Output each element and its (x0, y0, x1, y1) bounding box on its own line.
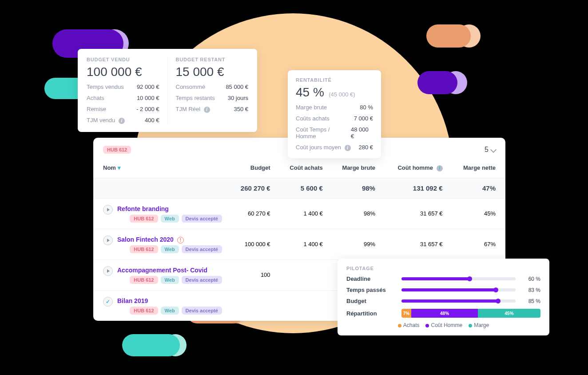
rentabilite-card: RENTABILITÉ 45 % (45 000 €) Marge brute8… (288, 70, 381, 158)
page-size-select[interactable]: 5 (485, 146, 496, 154)
pilotage-card: PILOTAGE Deadline60 %Temps passés83 %Bud… (338, 259, 549, 335)
progress-row: Budget85 % (346, 298, 540, 304)
budget-vendu-title: BUDGET VENDU (87, 57, 159, 62)
play-icon[interactable] (103, 266, 113, 276)
hub-tag[interactable]: HUB 612 (103, 146, 131, 154)
alert-icon: ! (177, 237, 184, 243)
tag[interactable]: Web (161, 245, 179, 253)
tag[interactable]: Web (161, 215, 179, 223)
rentabilite-title: RENTABILITÉ (296, 77, 373, 83)
repartition-segment: 7% (401, 309, 411, 318)
project-name[interactable]: Accompagnement Post- Covid (117, 267, 207, 274)
progress-bar (401, 299, 516, 303)
project-name[interactable]: Bilan 2019 (117, 297, 148, 304)
tag[interactable]: HUB 612 (130, 307, 158, 315)
info-icon[interactable]: i (204, 107, 210, 113)
info-icon[interactable]: i (119, 118, 125, 124)
tag[interactable]: Devis accepté (182, 307, 222, 315)
rentabilite-sub: (45 000 €) (329, 91, 355, 98)
th-marge-brute[interactable]: Marge brute (327, 158, 380, 178)
project-name[interactable]: Salon Fintech 2020 (117, 236, 174, 243)
project-name[interactable]: Refonte branding (117, 205, 169, 212)
budget-vendu-row: Temps vendus92 000 € (87, 84, 159, 90)
totals-row: 260 270 €5 600 €98%131 092 €47% (93, 178, 505, 198)
legend-item: Coût Homme (425, 322, 462, 328)
tag[interactable]: HUB 612 (130, 276, 158, 284)
play-icon[interactable] (103, 235, 113, 245)
page-size-value: 5 (485, 146, 489, 154)
th-cout-achats[interactable]: Coût achats (275, 158, 327, 178)
tag[interactable]: Devis accepté (182, 215, 222, 223)
check-icon[interactable]: ✓ (103, 297, 113, 307)
progress-row: Deadline60 % (346, 275, 540, 282)
tag[interactable]: HUB 612 (130, 215, 158, 223)
th-cout-homme[interactable]: Coût homme i (380, 158, 447, 178)
tag[interactable]: Web (161, 276, 179, 284)
th-marge-nette[interactable]: Marge nette (447, 158, 505, 178)
budget-card: BUDGET VENDU 100 000 € Temps vendus92 00… (78, 49, 257, 132)
repartition-label: Répartition (346, 310, 395, 317)
progress-row: Temps passés83 % (346, 287, 540, 293)
budget-vendu-row: Achats10 000 € (87, 95, 159, 101)
info-icon[interactable]: i (345, 145, 351, 151)
play-icon[interactable] (103, 205, 113, 215)
table-row[interactable]: Refonte brandingHUB 612WebDevis accepté6… (93, 198, 505, 229)
rentabilite-row: Marge brute80 % (296, 104, 373, 111)
table-row[interactable]: Salon Fintech 2020!HUB 612WebDevis accep… (93, 229, 505, 259)
progress-bar (401, 277, 516, 280)
budget-restant-value: 15 000 € (176, 65, 249, 79)
tag[interactable]: Web (161, 307, 179, 315)
pilotage-title: PILOTAGE (346, 266, 540, 271)
rentabilite-value: 45 % (296, 85, 324, 100)
budget-vendu-value: 100 000 € (87, 65, 159, 79)
info-icon[interactable]: i (437, 165, 443, 172)
th-nom[interactable]: Nom ▾ (93, 158, 226, 178)
repartition-bar: 7%48%45% (401, 309, 540, 318)
repartition-segment: 45% (478, 309, 540, 318)
budget-vendu-row: Remise- 2 000 € (87, 106, 159, 112)
legend-item: Achats (398, 322, 420, 328)
tag[interactable]: Devis accepté (182, 245, 222, 253)
tag[interactable]: HUB 612 (130, 245, 158, 253)
progress-bar (401, 288, 516, 291)
repartition-legend: AchatsCoût HommeMarge (346, 322, 540, 328)
chevron-down-icon (490, 147, 497, 153)
legend-item: Marge (469, 322, 489, 328)
tag[interactable]: Devis accepté (182, 276, 222, 284)
th-budget[interactable]: Budget (226, 158, 275, 178)
budget-restant-row: TJM Réel i350 € (176, 106, 249, 113)
budget-vendu-row: TJM vendu i400 € (87, 117, 159, 124)
budget-restant-column: BUDGET RESTANT 15 000 € Consommé85 000 €… (168, 57, 249, 124)
budget-vendu-column: BUDGET VENDU 100 000 € Temps vendus92 00… (87, 57, 168, 124)
rentabilite-row: Coût jours moyen i280 € (296, 144, 373, 151)
budget-restant-row: Consommé85 000 € (176, 84, 249, 90)
budget-restant-row: Temps restants30 jours (176, 95, 249, 101)
repartition-segment: 48% (411, 309, 478, 318)
rentabilite-row: Coûts achats7 000 € (296, 115, 373, 122)
rentabilite-row: Coût Temps / Homme48 000 € (296, 126, 373, 140)
budget-restant-title: BUDGET RESTANT (176, 57, 249, 62)
